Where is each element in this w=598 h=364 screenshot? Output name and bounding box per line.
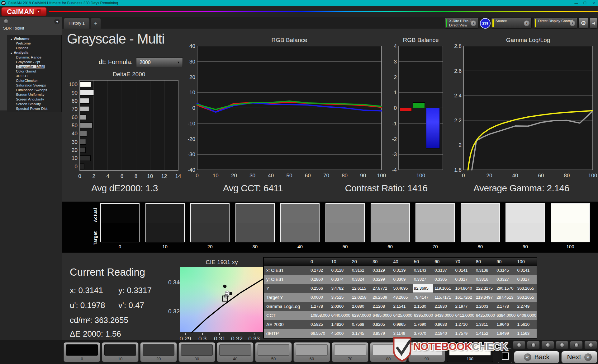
table-cell[interactable]: 2.1530 xyxy=(413,302,433,311)
table-cell[interactable]: 0.3129 xyxy=(371,266,392,275)
table-cell[interactable]: 0.3162 xyxy=(351,266,371,275)
table-cell[interactable]: 0.3145 xyxy=(495,266,516,275)
table-cell[interactable]: 12.0258 xyxy=(351,293,371,302)
meter-dropdown[interactable]: X-Rite i1Pro 2 Direct View ▼ xyxy=(445,18,478,29)
table-cell[interactable]: 0.3141 xyxy=(454,266,475,275)
table-cell[interactable]: 0.3324 xyxy=(351,275,371,284)
table-cell[interactable]: 1.4152 xyxy=(475,329,495,338)
mini-toolbar-button[interactable] xyxy=(556,341,568,349)
sidebar-item-saturation-sweeps[interactable]: Saturation Sweeps xyxy=(7,83,61,88)
table-cell[interactable]: 82.3695 xyxy=(413,284,433,293)
table-cell[interactable]: 2.2003 xyxy=(475,302,495,311)
table-cell[interactable]: 219.3497 xyxy=(475,293,495,302)
table-cell[interactable]: 2.1541 xyxy=(392,302,412,311)
sidebar-item-spectral-power-dist[interactable]: Spectral Power Dist. xyxy=(7,106,61,111)
pattern-window-toggle[interactable] xyxy=(498,348,512,363)
table-cell[interactable]: 3.8579 xyxy=(371,329,392,338)
table-cell[interactable]: 48.2665 xyxy=(392,293,412,302)
table-cell[interactable]: 1.7579 xyxy=(454,329,475,338)
table-cell[interactable]: 6395.0000 xyxy=(413,311,433,320)
tree-expander-icon[interactable]: ◢ xyxy=(10,37,13,41)
table-cell[interactable]: 363.2655 xyxy=(516,284,537,293)
table-cell[interactable]: 0.3143 xyxy=(413,266,433,275)
source-dropdown[interactable]: Source ▼ xyxy=(491,18,532,29)
level-button-90[interactable]: 90 xyxy=(408,342,445,362)
level-button-0[interactable]: 0 xyxy=(64,342,100,362)
table-cell[interactable]: 0.3138 xyxy=(475,266,495,275)
tree-expander-icon[interactable]: ◢ xyxy=(10,51,13,55)
table-cell[interactable]: 1.3311 xyxy=(475,320,495,329)
table-cell[interactable]: 119.1051 xyxy=(433,284,454,293)
table-cell[interactable]: 0.9865 xyxy=(392,320,412,329)
table-cell[interactable]: 3.1149 xyxy=(392,329,412,338)
mini-toolbar-button[interactable] xyxy=(570,341,583,349)
sidebar-item-screen-angularity[interactable]: Screen Angularity xyxy=(7,97,61,102)
level-button-50[interactable]: 50 xyxy=(255,342,292,362)
table-cell[interactable]: 0.8205 xyxy=(371,320,392,329)
sidebar-item-grayscale-2pt[interactable]: Grayscale - 2pt xyxy=(7,60,61,64)
table-cell[interactable]: 1.9646 xyxy=(495,320,516,329)
table-cell[interactable]: 6409.0000 xyxy=(516,311,537,320)
table-cell[interactable]: 6384.0000 xyxy=(495,311,516,320)
table-cell[interactable]: 0.3317 xyxy=(516,275,537,284)
settings-button[interactable]: ⚙ xyxy=(578,18,588,29)
table-cell[interactable]: 0.3374 xyxy=(330,275,350,284)
level-button-10[interactable]: 10 xyxy=(102,342,139,362)
table-cell[interactable]: 66.5570 xyxy=(309,329,330,338)
mini-toolbar-button[interactable] xyxy=(584,341,597,349)
display-control-dropdown[interactable]: Direct Display Control ▼ xyxy=(534,18,577,29)
table-cell[interactable]: 0.3309 xyxy=(392,275,412,284)
table-cell[interactable]: 6425.0000 xyxy=(392,311,412,320)
table-cell[interactable]: 2.1830 xyxy=(433,302,454,311)
table-cell[interactable]: 3.4782 xyxy=(330,284,350,293)
table-cell[interactable]: 164.8640 xyxy=(454,284,475,293)
table-cell[interactable]: 78.4147 xyxy=(413,293,433,302)
level-button-80[interactable]: 80 xyxy=(370,342,407,362)
table-cell[interactable]: 0.3327 xyxy=(495,275,516,284)
add-tab-button[interactable]: + xyxy=(90,18,101,29)
table-cell[interactable]: 6412.0000 xyxy=(454,311,475,320)
table-cell[interactable]: 1.4820 xyxy=(330,320,350,329)
table-cell[interactable]: 6438.0000 xyxy=(433,311,454,320)
table-cell[interactable]: 2.1208 xyxy=(371,302,392,311)
table-cell[interactable]: 0.3327 xyxy=(413,275,433,284)
de-formula-select[interactable]: 2000 ▼ xyxy=(136,58,183,67)
chevron-down-icon[interactable]: ▼ xyxy=(570,21,575,26)
level-button-60[interactable]: 60 xyxy=(293,342,330,362)
table-cell[interactable]: 3.1745 xyxy=(351,329,371,338)
table-cell[interactable]: 2.1840 xyxy=(433,329,454,338)
table-cell[interactable]: 3.7070 xyxy=(413,329,433,338)
table-cell[interactable]: 12.6115 xyxy=(351,284,371,293)
table-cell[interactable]: 1.1563 xyxy=(516,329,537,338)
table-cell[interactable]: 0.3137 xyxy=(433,266,454,275)
level-button-40[interactable]: 40 xyxy=(217,342,254,362)
table-cell[interactable]: 27.8772 xyxy=(371,284,392,293)
table-cell[interactable]: 2.1778 xyxy=(495,302,516,311)
table-cell[interactable]: 0.2566 xyxy=(309,284,330,293)
panel-collapse-button[interactable]: ◀ xyxy=(590,18,597,29)
table-cell[interactable]: 3.7525 xyxy=(330,293,350,302)
chevron-down-icon[interactable]: ▼ xyxy=(471,21,476,26)
mini-toolbar-button[interactable] xyxy=(527,341,540,349)
level-button-20[interactable]: 20 xyxy=(140,342,177,362)
table-cell[interactable]: 161.7262 xyxy=(454,293,475,302)
table-cell[interactable]: 2.0880 xyxy=(351,302,371,311)
next-button[interactable]: Next » xyxy=(561,351,597,363)
table-cell[interactable]: 0.0000 xyxy=(309,293,330,302)
level-button-100[interactable]: 100 xyxy=(447,342,493,362)
workflow-dot-icon[interactable] xyxy=(4,19,8,24)
table-cell[interactable]: 0.3317 xyxy=(454,275,475,284)
sidebar-item-luminance-sweeps[interactable]: Luminance Sweeps xyxy=(7,88,61,92)
maximize-icon[interactable]: ❐ xyxy=(581,0,589,6)
table-cell[interactable]: 0.8633 xyxy=(433,320,454,329)
table-cell[interactable]: 2.0360 xyxy=(330,302,350,311)
table-cell[interactable]: 1.2710 xyxy=(454,320,475,329)
table-cell[interactable]: 1.2778 xyxy=(309,302,330,311)
table-cell[interactable]: 0.5825 xyxy=(309,320,330,329)
close-icon[interactable]: ✕ xyxy=(589,0,598,6)
table-cell[interactable]: 1.5610 xyxy=(516,320,537,329)
table-cell[interactable]: 0.3141 xyxy=(516,266,537,275)
sidebar-item-welcome[interactable]: Welcome xyxy=(7,41,61,46)
chevron-down-icon[interactable]: ▼ xyxy=(524,21,529,26)
table-cell[interactable]: 2.1977 xyxy=(454,302,475,311)
